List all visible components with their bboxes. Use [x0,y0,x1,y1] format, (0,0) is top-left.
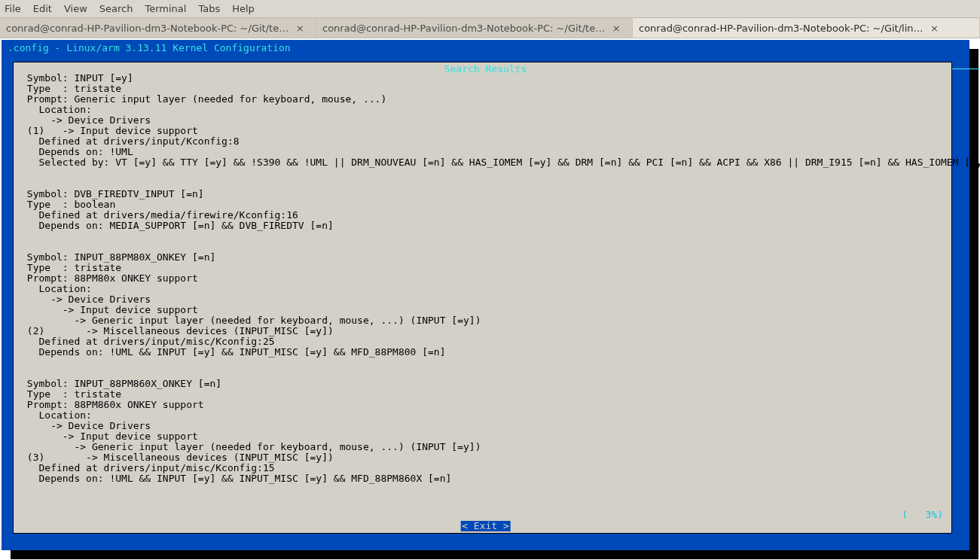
scroll-percent: ( 3%) [902,510,943,520]
tab-label: conrad@conrad-HP-Pavilion-dm3-Notebook-P… [322,23,605,34]
menubar: FileEditViewSearchTerminalTabsHelp [0,0,980,18]
terminal-tab-1[interactable]: conrad@conrad-HP-Pavilion-dm3-Notebook-P… [316,18,633,38]
terminal[interactable]: .config - Linux/arm 3.13.11 Kernel Confi… [0,38,980,560]
terminal-area: .config - Linux/arm 3.13.11 Kernel Confi… [0,38,980,560]
menu-view[interactable]: View [64,3,87,14]
kconfig-dialog: .config - Linux/arm 3.13.11 Kernel Confi… [2,40,969,550]
exit-button[interactable]: < Exit > [460,521,511,531]
results-content: Symbol: INPUT [=y] Type : tristate Promp… [21,73,980,484]
close-icon[interactable]: × [930,23,940,33]
tabbar: conrad@conrad-HP-Pavilion-dm3-Notebook-P… [0,18,980,38]
menu-tabs[interactable]: Tabs [198,3,220,14]
terminal-tab-2[interactable]: conrad@conrad-HP-Pavilion-dm3-Notebook-P… [633,18,980,38]
menu-search[interactable]: Search [99,3,133,14]
tab-label: conrad@conrad-HP-Pavilion-dm3-Notebook-P… [6,23,289,34]
menu-file[interactable]: File [5,3,21,14]
kconfig-title: .config - Linux/arm 3.13.11 Kernel Confi… [8,43,291,53]
close-icon[interactable]: × [611,23,621,33]
menu-edit[interactable]: Edit [33,3,52,14]
close-icon[interactable]: × [295,23,305,33]
tab-label: conrad@conrad-HP-Pavilion-dm3-Notebook-P… [639,23,924,34]
menu-help[interactable]: Help [232,3,255,14]
menu-terminal[interactable]: Terminal [145,3,186,14]
terminal-tab-0[interactable]: conrad@conrad-HP-Pavilion-dm3-Notebook-P… [0,18,316,38]
